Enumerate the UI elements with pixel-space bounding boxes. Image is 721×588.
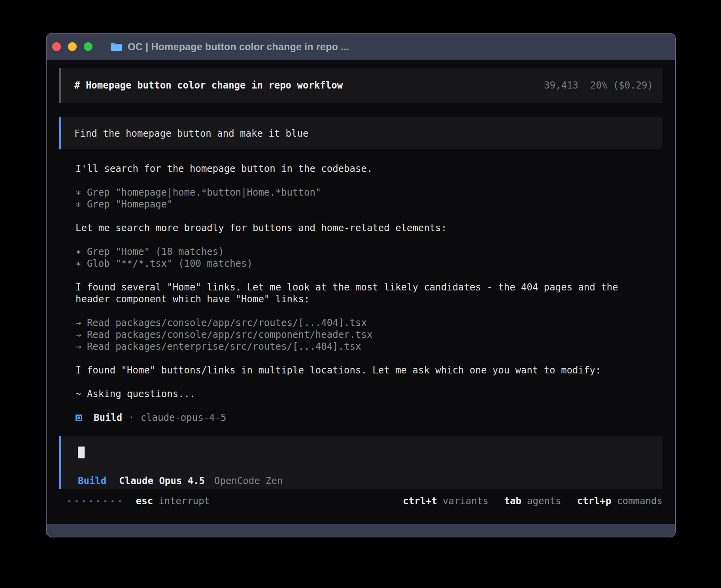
- zoom-button[interactable]: [84, 42, 92, 51]
- agent-separator: ·: [128, 412, 134, 424]
- assistant-message: I found "Home" buttons/links in multiple…: [75, 364, 662, 376]
- session-header: # Homepage button color change in repo w…: [59, 68, 662, 103]
- esc-key-label: interrupt: [159, 496, 210, 507]
- terminal-content: # Homepage button color change in repo w…: [47, 60, 675, 524]
- status-bar-right: ctrl+t variants tab agents ctrl+p comman…: [403, 496, 662, 507]
- input-status-row: Build Claude Opus 4.5 OpenCode Zen: [78, 475, 662, 487]
- assistant-status-line: ~ Asking questions...: [75, 388, 662, 400]
- status-bar: ▪▪▪▪▪▪▪▪ esc interrupt ctrl+t variants t…: [68, 495, 662, 507]
- tool-call-grep: ∗ Grep "homepage|home.*button|Home.*butt…: [75, 187, 662, 198]
- user-message: Find the homepage button and make it blu…: [59, 117, 662, 149]
- input-agent-badge[interactable]: Build: [78, 475, 106, 487]
- folder-icon: [110, 42, 122, 51]
- shortcut-key: ctrl+p: [577, 496, 612, 507]
- tool-call-read: → Read packages/enterprise/src/routes/[.…: [75, 341, 662, 352]
- terminal-window: OC | Homepage button color change in rep…: [46, 33, 676, 537]
- assistant-message: Let me search more broadly for buttons a…: [75, 222, 662, 234]
- prompt-input[interactable]: Build Claude Opus 4.5 OpenCode Zen: [59, 436, 662, 489]
- text-cursor: [78, 447, 85, 458]
- shortcut-agents: tab agents: [504, 496, 561, 507]
- tool-call-grep: ∗ Grep "Home" (18 matches): [75, 246, 662, 258]
- session-title: # Homepage button color change in repo w…: [74, 80, 343, 91]
- tool-call-glob: ∗ Glob "**/*.tsx" (100 matches): [75, 258, 662, 270]
- conversation: I'll search for the homepage button in t…: [75, 163, 662, 424]
- assistant-message: I found several "Home" links. Let me loo…: [75, 281, 653, 305]
- agent-build-icon: [75, 415, 82, 421]
- shortcut-label: variants: [443, 496, 489, 507]
- active-agent-line: Build · claude-opus-4-5: [75, 412, 662, 424]
- status-bar-left: ▪▪▪▪▪▪▪▪ esc interrupt: [68, 495, 210, 507]
- shortcut-variants: ctrl+t variants: [403, 496, 488, 507]
- window-title: OC | Homepage button color change in rep…: [128, 41, 349, 53]
- shortcut-commands: ctrl+p commands: [577, 496, 662, 507]
- shortcut-label: agents: [527, 496, 561, 507]
- assistant-message: I'll search for the homepage button in t…: [75, 163, 662, 175]
- esc-key-hint: esc: [136, 496, 153, 507]
- agent-name: Build: [94, 412, 122, 424]
- input-provider-label: OpenCode Zen: [214, 475, 283, 487]
- user-message-text: Find the homepage button and make it blu…: [74, 128, 308, 139]
- window-controls: [52, 42, 92, 51]
- minimize-button[interactable]: [68, 42, 77, 51]
- shortcut-key: ctrl+t: [403, 496, 437, 507]
- session-stats: 39,413 20% ($0.29): [544, 80, 653, 91]
- window-titlebar[interactable]: OC | Homepage button color change in rep…: [47, 34, 675, 60]
- input-model-label: Claude Opus 4.5: [119, 475, 205, 487]
- token-count: 39,413: [544, 80, 578, 91]
- tool-call-read: → Read packages/console/app/src/componen…: [75, 329, 662, 341]
- agent-model: claude-opus-4-5: [141, 412, 226, 424]
- tool-call-read: → Read packages/console/app/src/routes/[…: [75, 317, 662, 329]
- context-cost: 20% ($0.29): [590, 80, 653, 91]
- close-button[interactable]: [52, 42, 61, 51]
- shortcut-label: commands: [617, 496, 662, 507]
- shortcut-key: tab: [504, 496, 521, 507]
- tool-call-grep: ∗ Grep "Homepage": [75, 198, 662, 210]
- spinner-dots: ▪▪▪▪▪▪▪▪: [68, 495, 126, 507]
